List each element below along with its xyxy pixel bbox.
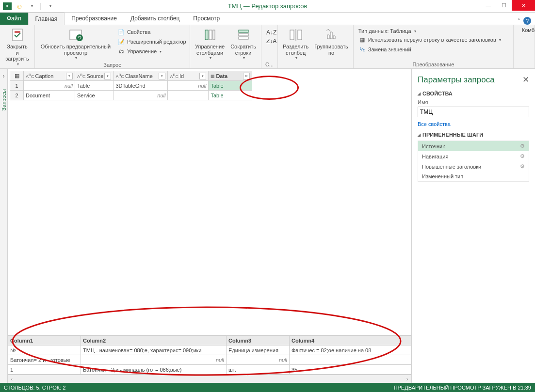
close-button[interactable]: ✕ bbox=[512, 0, 535, 11]
gear-icon[interactable]: ⚙ bbox=[520, 163, 525, 170]
cell[interactable]: шт. bbox=[227, 365, 290, 375]
row-number[interactable]: 2 bbox=[10, 91, 24, 100]
properties-section-header[interactable]: СВОЙСТВА bbox=[418, 91, 529, 96]
manage-columns-button[interactable]: Управление столбцами▾ bbox=[192, 26, 227, 61]
cell[interactable]: Фактичес = 82;ое наличие на 08 bbox=[290, 345, 411, 355]
svg-rect-5 bbox=[209, 30, 212, 40]
cell[interactable]: Единица измерения bbox=[227, 345, 290, 355]
table-row[interactable]: 2 Document Service null Table bbox=[10, 91, 252, 100]
gear-icon[interactable]: ⚙ bbox=[520, 153, 525, 159]
col-classname[interactable]: ABCClassName▾ bbox=[113, 71, 168, 81]
sort-asc-button[interactable]: A↓Z bbox=[265, 28, 277, 37]
preview-pane: Column1 Column2 Column3 Column4 № ТМЦ - … bbox=[8, 335, 411, 383]
window-title: ТМЦ — Редактор запросов bbox=[0, 2, 535, 10]
manage-button[interactable]: 🗂Управление▾ bbox=[116, 47, 187, 56]
advanced-editor-icon: 📝 bbox=[117, 38, 125, 46]
refresh-preview-button[interactable]: Обновить предварительный просмотр▾ bbox=[37, 26, 114, 61]
sort-desc-button[interactable]: Z↓A bbox=[265, 37, 277, 46]
close-panel-icon[interactable]: ✕ bbox=[522, 75, 529, 85]
all-properties-link[interactable]: Все свойства bbox=[418, 121, 529, 127]
svg-rect-7 bbox=[239, 30, 248, 32]
expand-sidebar-icon[interactable]: › bbox=[3, 73, 5, 79]
cell[interactable]: 3DTableGrid bbox=[113, 81, 168, 91]
cell[interactable]: Батончил= 2;и - миндаль (гот= 086;вые) bbox=[81, 365, 227, 375]
replace-values-button[interactable]: ¹⁄₂Замена значений bbox=[357, 45, 502, 54]
table-row[interactable]: 1 Батончил= 2;и - миндаль (гот= 086;вые)… bbox=[8, 365, 411, 375]
tab-home[interactable]: Главная bbox=[28, 13, 65, 25]
cell[interactable]: Document bbox=[24, 91, 75, 100]
minimize-button[interactable]: — bbox=[481, 0, 496, 11]
close-load-button[interactable]: Закрыть и загрузить▾ bbox=[2, 26, 32, 67]
step-changed-type[interactable]: Измененный тип bbox=[418, 172, 529, 181]
table-row[interactable]: 1 null Table 3DTableGrid null Table bbox=[10, 81, 252, 91]
col-source[interactable]: ABCSource▾ bbox=[75, 71, 113, 81]
filter-source-button[interactable]: ▾ bbox=[104, 73, 111, 79]
cell[interactable]: 35 bbox=[290, 365, 411, 375]
svg-rect-4 bbox=[205, 30, 208, 40]
grid-corner[interactable]: ▦ bbox=[10, 71, 24, 81]
preview-grid[interactable]: Column1 Column2 Column3 Column4 № ТМЦ - … bbox=[8, 335, 411, 375]
step-promoted-headers[interactable]: Повышенные заголовки⚙ bbox=[418, 161, 529, 172]
queries-sidebar[interactable]: › Запросы bbox=[0, 69, 8, 383]
cell[interactable]: Service bbox=[75, 91, 113, 100]
cell[interactable]: Table bbox=[75, 81, 113, 91]
pcol3[interactable]: Column3 bbox=[227, 336, 290, 345]
table-header-icon: ▦ bbox=[358, 36, 366, 44]
text-type-icon: ABC bbox=[77, 73, 86, 79]
first-row-headers-button[interactable]: ▦Использовать первую строку в качестве з… bbox=[357, 35, 502, 45]
advanced-editor-button[interactable]: 📝Расширенный редактор bbox=[116, 37, 187, 47]
cell[interactable]: ТМЦ - наименован= 080;е, характерис= 090… bbox=[81, 345, 227, 355]
ribbon-tabs: Файл Главная Преобразование Добавить сто… bbox=[0, 13, 535, 25]
scroll-right-icon[interactable]: › bbox=[403, 376, 411, 382]
expand-data-button[interactable]: ⬌ bbox=[243, 73, 250, 79]
split-column-button[interactable]: Разделить столбец▾ bbox=[280, 26, 311, 61]
filter-id-button[interactable]: ▾ bbox=[199, 73, 206, 79]
row-number[interactable]: 1 bbox=[10, 81, 24, 91]
cell[interactable] bbox=[290, 355, 411, 365]
combine-button[interactable]: Комби bbox=[516, 26, 535, 34]
titlebar: X ☺ ▾ | ▾ ТМЦ — Редактор запросов — ☐ ✕ bbox=[0, 0, 535, 13]
data-grid[interactable]: ▦ ABCCaption▾ ABCSource▾ ABCClassName▾ A… bbox=[10, 71, 252, 100]
table-row[interactable]: Батончил= 2;и - готовые null null bbox=[8, 355, 411, 365]
cell[interactable]: Батончил= 2;и - готовые bbox=[8, 355, 81, 365]
table-row[interactable]: № ТМЦ - наименован= 080;е, характерис= 0… bbox=[8, 345, 411, 355]
col-id[interactable]: ABCId▾ bbox=[168, 71, 209, 81]
cell-table-link[interactable]: Table bbox=[209, 81, 252, 91]
reduce-rows-button[interactable]: Сократить строки▾ bbox=[227, 26, 259, 61]
col-caption[interactable]: ABCCaption▾ bbox=[24, 71, 75, 81]
pcol4[interactable]: Column4 bbox=[290, 336, 411, 345]
properties-button[interactable]: 📄Свойства bbox=[116, 27, 187, 37]
gear-icon[interactable]: ⚙ bbox=[520, 143, 525, 149]
cell[interactable]: № bbox=[8, 345, 81, 355]
query-name-input[interactable] bbox=[418, 107, 529, 117]
tab-addcolumn[interactable]: Добавить столбец bbox=[124, 12, 186, 25]
scroll-left-icon[interactable]: ‹ bbox=[8, 376, 16, 382]
step-source[interactable]: Источник⚙ bbox=[418, 141, 529, 151]
tab-file[interactable]: Файл bbox=[0, 12, 28, 25]
col-data[interactable]: ▦Data⬌ bbox=[209, 71, 252, 81]
cell-null: null bbox=[115, 93, 165, 98]
data-type-button[interactable]: Тип данных: Таблица▾ bbox=[357, 27, 502, 35]
filter-caption-button[interactable]: ▾ bbox=[66, 73, 73, 79]
maximize-button[interactable]: ☐ bbox=[496, 0, 512, 11]
group-by-button[interactable]: Группировать по bbox=[311, 26, 351, 57]
replace-label: Замена значений bbox=[368, 47, 411, 52]
filter-classname-button[interactable]: ▾ bbox=[159, 73, 165, 79]
queries-sidebar-label: Запросы bbox=[1, 89, 7, 110]
pcol1[interactable]: Column1 bbox=[8, 336, 81, 345]
step-navigation[interactable]: Навигация⚙ bbox=[418, 151, 529, 161]
collapse-ribbon-icon[interactable]: ˄ bbox=[518, 18, 520, 24]
svg-point-3 bbox=[76, 34, 83, 41]
statusbar: СТОЛБЦОВ: 5, СТРОК: 2 ПРЕДВАРИТЕЛЬНЫЙ ПР… bbox=[0, 383, 535, 392]
horizontal-scrollbar[interactable]: ‹ › bbox=[8, 375, 411, 383]
cell-null: null bbox=[83, 357, 224, 363]
tab-transform[interactable]: Преобразование bbox=[65, 12, 124, 25]
applied-steps-header[interactable]: ПРИМЕНЕННЫЕ ШАГИ bbox=[418, 132, 529, 138]
cell-table-link[interactable]: Table bbox=[209, 91, 252, 100]
tab-view[interactable]: Просмотр bbox=[186, 12, 227, 25]
manage-columns-label: Управление столбцами bbox=[195, 44, 225, 56]
cell[interactable] bbox=[168, 91, 209, 100]
help-icon[interactable]: ? bbox=[523, 17, 531, 25]
pcol2[interactable]: Column2 bbox=[81, 336, 227, 345]
cell[interactable]: 1 bbox=[8, 365, 81, 375]
